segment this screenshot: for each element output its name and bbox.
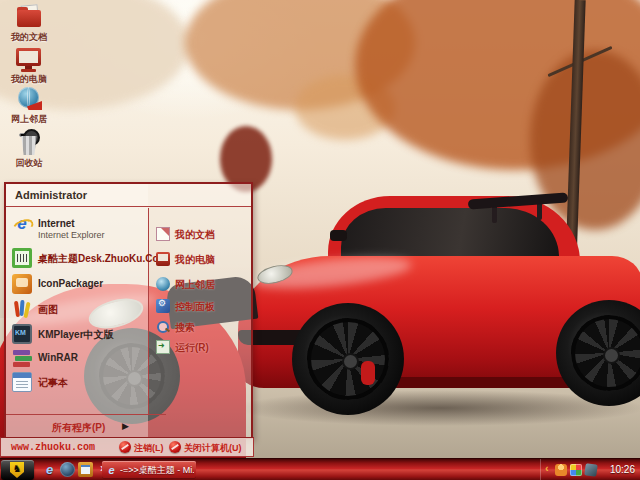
menu-item-label: 网上邻居 <box>175 278 215 292</box>
taskbar: ♞ e › e -=>>桌酷主题 - Mi... ‹ 10:26 <box>0 458 640 480</box>
shut-down-icon <box>169 441 181 453</box>
winrar-icon <box>12 348 32 368</box>
all-programs-arrow-icon: ▶ <box>122 421 129 431</box>
brake-caliper <box>361 361 375 385</box>
start-menu-item-control-panel[interactable]: 控制面板 <box>156 298 254 316</box>
network-places-icon <box>156 277 170 291</box>
menu-item-label: 桌酷主题Desk.ZhuoKu.Com <box>38 252 167 266</box>
start-menu-item-my-documents[interactable]: 我的文档 <box>156 226 254 244</box>
my-computer-icon <box>14 46 44 72</box>
run-icon <box>156 340 170 354</box>
zhuoku-website-link[interactable]: www.zhuoku.com <box>11 442 95 453</box>
menu-item-label: WinRAR <box>38 352 78 363</box>
all-programs-button[interactable]: 所有程序(P) ▶ <box>6 414 166 438</box>
recycle-bin-icon <box>14 130 44 156</box>
tray-windows-icon[interactable] <box>570 464 582 476</box>
notepad-icon <box>12 372 32 392</box>
start-menu-item-winrar[interactable]: WinRAR <box>12 348 146 370</box>
menu-item-label: 记事本 <box>38 376 68 390</box>
internet-explorer-icon: e <box>12 214 32 234</box>
start-menu-item-network-places[interactable]: 网上邻居 <box>156 276 254 294</box>
menu-item-label: 搜索 <box>175 321 195 335</box>
window-button-label: -=>>桌酷主题 - Mi... <box>120 464 194 477</box>
log-off-button[interactable]: 注销(L) <box>119 440 167 455</box>
tray-user-icon[interactable] <box>555 464 567 476</box>
start-menu-item-run[interactable]: 运行(R) <box>156 339 254 357</box>
menu-item-sublabel: Internet Explorer <box>38 230 105 240</box>
start-menu-item-paint[interactable]: 画图 <box>12 299 146 321</box>
start-menu: Administrator e Internet Internet Explor… <box>4 182 253 439</box>
desktop-icon-my-computer[interactable]: 我的电脑 <box>2 46 56 84</box>
side-mirror <box>330 230 347 241</box>
menu-item-label: 我的电脑 <box>175 253 215 267</box>
start-menu-item-iconpackager[interactable]: IconPackager <box>12 274 146 296</box>
ferrari-shield-icon: ♞ <box>10 462 24 478</box>
menu-item-label: IconPackager <box>38 278 103 289</box>
shut-down-button[interactable]: 关闭计算机(U) <box>169 440 251 455</box>
my-documents-icon <box>14 4 44 30</box>
control-panel-icon <box>156 299 170 313</box>
desktop-icon-recycle-bin[interactable]: 回收站 <box>2 130 56 168</box>
start-menu-item-search[interactable]: 搜索 <box>156 319 254 337</box>
menu-column-divider <box>148 208 149 414</box>
quick-launch-window-icon[interactable] <box>78 462 93 477</box>
desktop: 我的文档 我的电脑 网上邻居 回收站 Administrator e Inter… <box>0 0 640 480</box>
tray-utility-icon[interactable] <box>584 463 598 477</box>
start-menu-item-notepad[interactable]: 记事本 <box>12 372 146 394</box>
quick-launch-ie-icon[interactable]: e <box>42 462 57 477</box>
user-name: Administrator <box>15 189 87 201</box>
desktop-icon-label: 我的文档 <box>2 32 56 42</box>
start-button[interactable]: ♞ <box>1 460 34 480</box>
zhuoku-theme-icon <box>12 248 32 268</box>
search-icon <box>156 320 170 334</box>
tray-collapse-icon[interactable]: ‹ <box>545 462 549 474</box>
iconpackager-icon <box>12 274 32 294</box>
my-computer-icon <box>156 252 170 266</box>
menu-item-label: Internet <box>38 218 75 229</box>
menu-item-label: KMPlayer中文版 <box>38 328 114 342</box>
log-off-icon <box>119 441 131 453</box>
desktop-icon-label: 回收站 <box>2 158 56 168</box>
start-menu-header: Administrator <box>6 184 251 207</box>
menu-item-label: 我的文档 <box>175 228 215 242</box>
system-tray: ‹ 10:26 <box>540 459 640 480</box>
start-menu-item-internet[interactable]: e Internet Internet Explorer <box>12 214 146 244</box>
taskbar-window-button[interactable]: e -=>>桌酷主题 - Mi... <box>102 461 196 479</box>
taskbar-clock[interactable]: 10:26 <box>610 464 635 475</box>
paint-icon <box>12 299 32 319</box>
start-menu-item-kmplayer[interactable]: KMPlayer中文版 <box>12 324 146 346</box>
desktop-icon-network-places[interactable]: 网上邻居 <box>2 86 56 124</box>
my-documents-icon <box>156 227 170 241</box>
start-menu-footer: www.zhuoku.com 注销(L) 关闭计算机(U) <box>0 437 254 457</box>
menu-item-label: 运行(R) <box>175 341 209 355</box>
internet-explorer-icon: e <box>105 463 118 476</box>
quick-launch-globe-icon[interactable] <box>60 462 75 477</box>
desktop-icon-my-documents[interactable]: 我的文档 <box>2 4 56 42</box>
desktop-icon-label: 我的电脑 <box>2 74 56 84</box>
kmplayer-icon <box>12 324 32 344</box>
start-menu-item-my-computer[interactable]: 我的电脑 <box>156 251 254 269</box>
menu-item-label: 画图 <box>38 303 58 317</box>
shut-down-label: 关闭计算机(U) <box>184 442 242 455</box>
all-programs-label: 所有程序(P) <box>52 421 105 435</box>
desktop-icon-label: 网上邻居 <box>2 114 56 124</box>
start-menu-item-zhuoku[interactable]: 桌酷主题Desk.ZhuoKu.Com <box>12 248 146 270</box>
car-windows <box>341 208 559 262</box>
front-wheel <box>292 303 404 415</box>
menu-item-label: 控制面板 <box>175 300 215 314</box>
log-off-label: 注销(L) <box>134 442 164 455</box>
network-places-icon <box>14 86 44 112</box>
